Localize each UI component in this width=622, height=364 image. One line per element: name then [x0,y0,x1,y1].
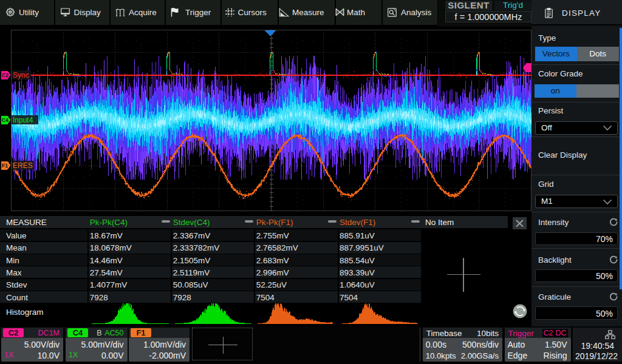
svg-text:C2: C2 [2,72,9,78]
svg-text:Input4: Input4 [13,116,33,124]
svg-text:ERES: ERES [13,161,33,170]
svg-text:C4: C4 [2,117,9,123]
svg-text:F1: F1 [2,163,8,169]
svg-text:Sync: Sync [13,71,29,79]
